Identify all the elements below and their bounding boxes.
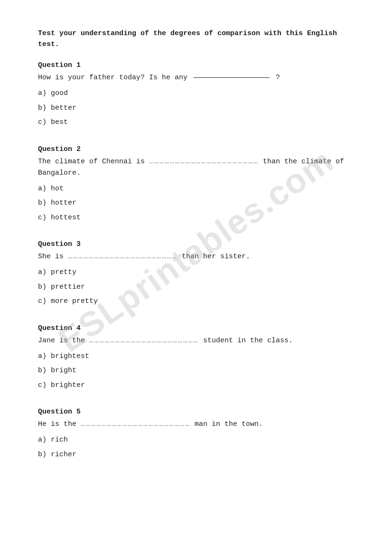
option-3-1: a) pretty (38, 267, 354, 278)
question-text-after-4: student in the class. (199, 337, 293, 345)
question-label-3: Question 3 (38, 240, 354, 248)
blank-dots-5: ……………………………………………………… (81, 420, 190, 428)
option-1-3: c) best (38, 117, 354, 128)
questions-container: Question 1How is your father today? Is h… (38, 61, 354, 469)
question-label-1: Question 1 (38, 61, 354, 69)
question-text-after-3: than her sister. (177, 253, 250, 261)
question-text-before-5: He is the (38, 420, 81, 428)
option-1-2: b) better (38, 103, 354, 114)
option-4-1: a) brightest (38, 351, 354, 362)
question-text-2: The climate of Chennai is ……………………………………… (38, 156, 354, 179)
option-2-1: a) hot (38, 184, 354, 195)
blank-line-1 (194, 77, 270, 78)
question-block-1: Question 1How is your father today? Is h… (38, 61, 354, 137)
option-5-1: a) rich (38, 435, 354, 446)
intro-text: Test your understanding of the degrees o… (38, 28, 354, 50)
question-text-3: She is ……………………………………………………… than her si… (38, 251, 354, 263)
option-2-2: b) hotter (38, 198, 354, 209)
option-3-3: c) more pretty (38, 296, 354, 307)
question-block-4: Question 4Jane is the ………………………………………………… (38, 324, 354, 400)
question-text-5: He is the ……………………………………………………… man in t… (38, 419, 354, 430)
question-text-after-1: ? (271, 74, 280, 82)
question-text-before-1: How is your father today? Is he any (38, 74, 192, 82)
option-1-1: a) good (38, 88, 354, 99)
question-label-2: Question 2 (38, 145, 354, 153)
option-2-3: c) hottest (38, 213, 354, 224)
question-text-before-3: She is (38, 253, 68, 261)
question-label-4: Question 4 (38, 324, 354, 332)
question-text-after-5: man in the town. (190, 420, 263, 428)
question-text-before-4: Jane is the (38, 337, 89, 345)
question-block-3: Question 3She is ……………………………………………………… t… (38, 240, 354, 316)
option-4-3: c) brighter (38, 380, 354, 391)
blank-dots-2: ……………………………………………………… (149, 158, 259, 166)
question-block-5: Question 5He is the ……………………………………………………… (38, 408, 354, 469)
question-block-2: Question 2The climate of Chennai is …………… (38, 145, 354, 232)
option-4-2: b) bright (38, 366, 354, 376)
page: ESLprintables.com Test your understandin… (0, 0, 392, 500)
blank-dots-3: ……………………………………………………… (68, 253, 177, 261)
question-text-before-2: The climate of Chennai is (38, 158, 149, 166)
option-3-2: b) prettier (38, 282, 354, 293)
option-5-2: b) richer (38, 450, 354, 461)
blank-dots-4: ……………………………………………………… (89, 337, 199, 345)
question-text-4: Jane is the ……………………………………………………… studen… (38, 335, 354, 347)
question-label-5: Question 5 (38, 408, 354, 416)
question-text-1: How is your father today? Is he any ? (38, 72, 354, 84)
